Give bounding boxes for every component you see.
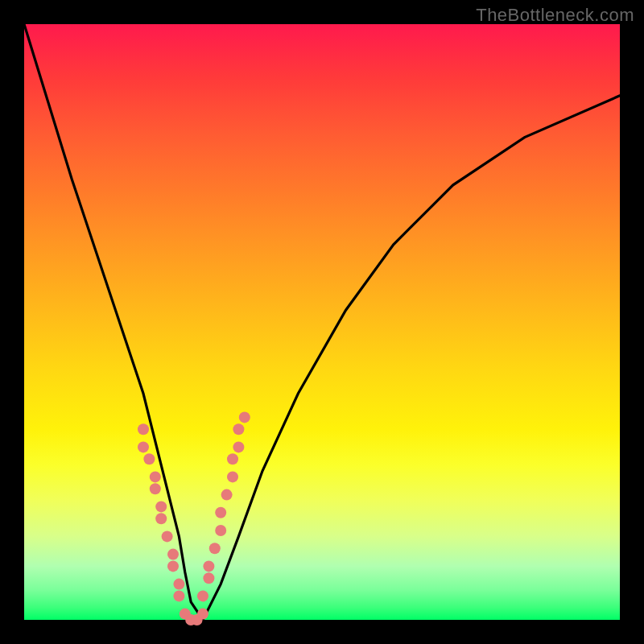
data-point — [215, 507, 226, 518]
data-point — [138, 423, 149, 435]
data-point — [203, 572, 214, 584]
chart-svg — [24, 24, 620, 620]
data-point — [173, 590, 184, 601]
data-point — [203, 560, 214, 572]
data-point — [227, 471, 238, 482]
data-point — [162, 530, 173, 542]
data-point — [167, 549, 179, 560]
data-point — [150, 471, 161, 482]
data-point — [143, 453, 155, 464]
watermark-text: TheBottleneck.com — [476, 5, 634, 26]
data-point — [155, 501, 167, 512]
data-point — [227, 453, 238, 464]
data-point — [233, 441, 244, 452]
data-point — [209, 543, 221, 554]
data-point — [197, 590, 208, 601]
data-point — [197, 609, 208, 620]
data-point — [150, 483, 161, 494]
data-point — [221, 489, 233, 501]
data-point — [173, 579, 184, 590]
data-point — [239, 411, 250, 423]
data-point — [138, 441, 149, 452]
data-point — [155, 513, 167, 524]
chart-frame: TheBottleneck.com — [0, 0, 644, 644]
data-point — [233, 423, 244, 435]
data-point — [167, 560, 179, 572]
plot-area — [24, 24, 620, 620]
bottleneck-curve — [24, 24, 620, 620]
data-point — [215, 525, 226, 536]
